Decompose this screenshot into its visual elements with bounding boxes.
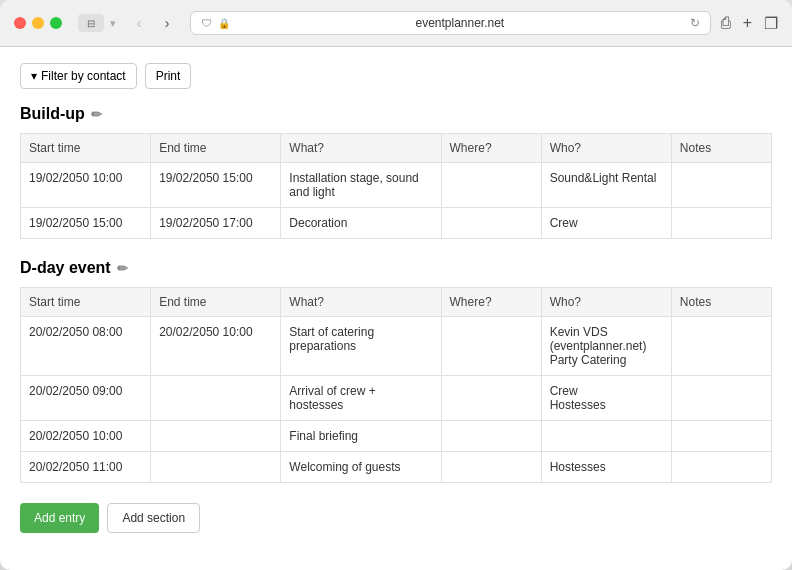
close-button[interactable] [14, 17, 26, 29]
tab-view-button[interactable]: ⊟ [78, 14, 104, 32]
windows-button[interactable]: ❐ [764, 14, 778, 33]
cell-who: Crew [541, 208, 671, 239]
cell-start: 19/02/2050 15:00 [21, 208, 151, 239]
url-text: eventplanner.net [236, 16, 684, 30]
section-title-buildup: Build-up ✏ [20, 105, 772, 123]
cell-what: Decoration [281, 208, 441, 239]
th-end-buildup: End time [151, 134, 281, 163]
section-title-text-dday: D-day event [20, 259, 111, 277]
cell-who: CrewHostesses [541, 376, 671, 421]
nav-controls: ‹ › [126, 10, 180, 36]
add-section-button[interactable]: Add section [107, 503, 200, 533]
th-who-dday: Who? [541, 288, 671, 317]
cell-who: Sound&Light Rental [541, 163, 671, 208]
cell-start: 20/02/2050 11:00 [21, 452, 151, 483]
back-button[interactable]: ‹ [126, 10, 152, 36]
bottom-actions: Add entry Add section [20, 503, 772, 533]
table-row: 19/02/2050 15:00 19/02/2050 17:00 Decora… [21, 208, 772, 239]
shield-icon: 🛡 [201, 17, 212, 29]
cell-what: Welcoming of guests [281, 452, 441, 483]
table-row: 20/02/2050 10:00 Final briefing [21, 421, 772, 452]
edit-icon-buildup[interactable]: ✏ [91, 107, 102, 122]
th-where-dday: Where? [441, 288, 541, 317]
cell-notes [671, 421, 771, 452]
section-dday: D-day event ✏ Start time End time What? … [20, 259, 772, 483]
browser-window: ⊟ ▾ ‹ › 🛡 🔒 eventplanner.net ↻ ⎙ + ❐ ▾ F… [0, 0, 792, 570]
th-what-buildup: What? [281, 134, 441, 163]
cell-start: 20/02/2050 08:00 [21, 317, 151, 376]
filter-icon: ▾ [31, 69, 37, 83]
cell-notes [671, 208, 771, 239]
th-start-dday: Start time [21, 288, 151, 317]
cell-who [541, 421, 671, 452]
add-entry-button[interactable]: Add entry [20, 503, 99, 533]
th-start-buildup: Start time [21, 134, 151, 163]
page-content: ▾ Filter by contact Print Build-up ✏ Sta… [0, 47, 792, 570]
reload-button[interactable]: ↻ [690, 16, 700, 30]
forward-button[interactable]: › [154, 10, 180, 36]
minimize-button[interactable] [32, 17, 44, 29]
table-row: 20/02/2050 09:00 Arrival of crew + hoste… [21, 376, 772, 421]
cell-end: 20/02/2050 10:00 [151, 317, 281, 376]
table-buildup: Start time End time What? Where? Who? No… [20, 133, 772, 239]
cell-notes [671, 163, 771, 208]
cell-end: 19/02/2050 17:00 [151, 208, 281, 239]
cell-end [151, 421, 281, 452]
maximize-button[interactable] [50, 17, 62, 29]
table-row: 20/02/2050 08:00 20/02/2050 10:00 Start … [21, 317, 772, 376]
lock-icon: 🔒 [218, 18, 230, 29]
th-notes-dday: Notes [671, 288, 771, 317]
toolbar: ▾ Filter by contact Print [20, 63, 772, 89]
window-controls: ⊟ ▾ [78, 14, 116, 32]
table-row: 19/02/2050 10:00 19/02/2050 15:00 Instal… [21, 163, 772, 208]
cell-start: 20/02/2050 10:00 [21, 421, 151, 452]
title-bar: ⊟ ▾ ‹ › 🛡 🔒 eventplanner.net ↻ ⎙ + ❐ [0, 0, 792, 47]
th-who-buildup: Who? [541, 134, 671, 163]
cell-end: 19/02/2050 15:00 [151, 163, 281, 208]
edit-icon-dday[interactable]: ✏ [117, 261, 128, 276]
divider: ▾ [110, 17, 116, 30]
cell-who: Kevin VDS (eventplanner.net) Party Cater… [541, 317, 671, 376]
cell-end [151, 376, 281, 421]
cell-notes [671, 317, 771, 376]
section-title-text-buildup: Build-up [20, 105, 85, 123]
th-notes-buildup: Notes [671, 134, 771, 163]
cell-where [441, 208, 541, 239]
cell-notes [671, 376, 771, 421]
cell-start: 19/02/2050 10:00 [21, 163, 151, 208]
cell-where [441, 452, 541, 483]
section-title-dday: D-day event ✏ [20, 259, 772, 277]
filter-button[interactable]: ▾ Filter by contact [20, 63, 137, 89]
cell-who: Hostesses [541, 452, 671, 483]
th-end-dday: End time [151, 288, 281, 317]
cell-what: Final briefing [281, 421, 441, 452]
cell-where [441, 421, 541, 452]
traffic-lights [14, 17, 62, 29]
filter-label: Filter by contact [41, 69, 126, 83]
print-label: Print [156, 69, 181, 83]
table-dday: Start time End time What? Where? Who? No… [20, 287, 772, 483]
cell-where [441, 317, 541, 376]
print-button[interactable]: Print [145, 63, 192, 89]
cell-start: 20/02/2050 09:00 [21, 376, 151, 421]
cell-what: Start of catering preparations [281, 317, 441, 376]
address-bar[interactable]: 🛡 🔒 eventplanner.net ↻ [190, 11, 711, 35]
cell-what: Installation stage, sound and light [281, 163, 441, 208]
table-row: 20/02/2050 11:00 Welcoming of guests Hos… [21, 452, 772, 483]
cell-where [441, 376, 541, 421]
share-button[interactable]: ⎙ [721, 14, 731, 32]
cell-notes [671, 452, 771, 483]
section-buildup: Build-up ✏ Start time End time What? Whe… [20, 105, 772, 239]
browser-actions: ⎙ + ❐ [721, 14, 778, 33]
th-where-buildup: Where? [441, 134, 541, 163]
new-tab-button[interactable]: + [743, 14, 752, 32]
cell-end [151, 452, 281, 483]
cell-where [441, 163, 541, 208]
th-what-dday: What? [281, 288, 441, 317]
cell-what: Arrival of crew + hostesses [281, 376, 441, 421]
